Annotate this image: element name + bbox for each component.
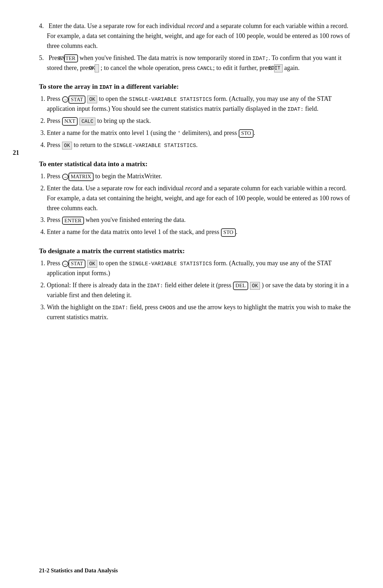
section2-block: To enter statistical data into a matrix:… [39,160,351,237]
section3-list: Press →STAT OK to open the SINGLE-VARIAB… [39,258,351,322]
ok-key: OK [87,96,98,103]
edat-field-ref: ΣDAT: [288,107,304,113]
cancl-key: CANCL [197,66,213,72]
list-item: With the highlight on the ΣDAT: field, p… [47,303,351,322]
section2-heading: To enter statistical data into a matrix: [39,160,351,168]
single-var-ref2: SINGLE-VARIABLE STATISTICS [113,143,196,149]
single-var-ref: SINGLE-VARIABLE STATISTICS [129,261,212,267]
ok-key: OK [87,260,98,268]
list-item: Enter the data. Use a separate row for e… [47,184,351,213]
section3-heading: To designate a matrix the current statis… [39,247,351,255]
edit-key: EDIT [274,64,283,72]
list-item: Press →STAT OK to open the SINGLE-VARIAB… [47,258,351,278]
edat-field-ref: ΣDAT: [147,283,163,289]
page-number: 21 [13,149,19,157]
right-arrow-key: → [62,174,68,180]
list-item: Press ENTER when you've finished enterin… [47,215,351,225]
section1-block: To store the array in ΣDAT in a differen… [39,83,351,150]
right-arrow-key: → [62,96,68,103]
nxt-key: NXT [62,117,78,126]
stat-key: STAT [68,96,86,104]
item-text: Enter the data. Use a separate row for e… [47,22,350,49]
stat-key: STAT [68,260,86,268]
right-arrow-key: → [62,261,68,267]
ok-key: OK [62,142,72,149]
list-item: Enter a name for the data matrix onto le… [47,227,351,237]
footer: 21-2 Statistics and Data Analysis [39,567,118,574]
list-item: 4. Enter the data. Use a separate row fo… [39,21,351,51]
list-item: Enter a name for the matrix onto level 1… [47,128,351,138]
section1-list: Press →STAT OK to open the SINGLE-VARIAB… [39,94,351,150]
page: 21 4. Enter the data. Use a separate row… [0,0,383,588]
list-item: Optional: If there is already data in th… [47,281,351,300]
item-text: Press ENTER when you've finished. The da… [47,54,342,71]
list-item: Press OK to return to the SINGLE-VARIABL… [47,140,351,150]
list-item: Press →STAT OK to open the SINGLE-VARIAB… [47,94,351,114]
item-num: 5. [39,54,47,61]
list-item: Press NXT CALC to bring up the stack. [47,116,351,126]
section1-heading: To store the array in ΣDAT in a differen… [39,83,351,91]
enter-key: ENTER [62,217,84,225]
sigma-dat-ref: ΣDAT; [252,56,268,62]
intro-section: 4. Enter the data. Use a separate row fo… [39,21,351,73]
enter-key: ENTER [64,54,78,63]
item-num: 4. [39,22,47,29]
choos-ref: CHOOS [160,305,176,311]
section2-list: Press →MATRIX to begin the MatrixWriter.… [39,172,351,237]
intro-list: 4. Enter the data. Use a separate row fo… [39,21,351,73]
ok-key2: OK [250,282,260,290]
list-item: 5. Press ENTER when you've finished. The… [39,53,351,73]
section3-block: To designate a matrix the current statis… [39,247,351,322]
matrix-key: MATRIX [68,173,94,181]
edat-field-ref2: ΣDAT: [112,305,128,311]
sto-key: STO [239,129,254,138]
ok-key: OK [95,64,99,72]
del-key: DEL [233,282,248,290]
calc-key: CALC [79,118,96,125]
single-var-ref: SINGLE-VARIABLE STATISTICS [129,97,212,103]
sto-key: STO [221,228,236,237]
list-item: Press →MATRIX to begin the MatrixWriter. [47,172,351,181]
